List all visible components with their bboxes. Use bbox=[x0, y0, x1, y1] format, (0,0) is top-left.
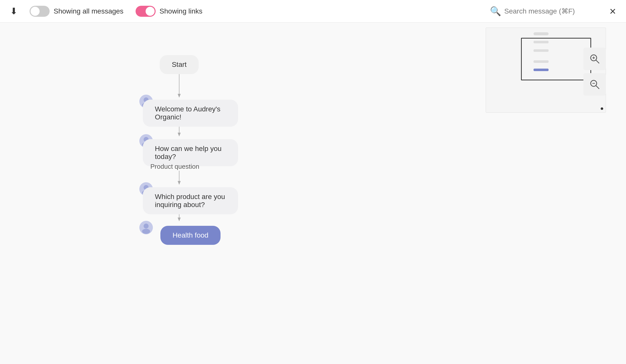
toggle-all-messages-switch[interactable] bbox=[30, 6, 50, 17]
zoom-out-button[interactable] bbox=[583, 73, 606, 96]
svg-marker-9 bbox=[178, 218, 181, 221]
toggle-all-messages-label: Showing all messages bbox=[54, 7, 124, 15]
start-node-box: Start bbox=[160, 55, 198, 74]
toggle-all-messages-knob bbox=[31, 7, 40, 16]
search-container: 🔍 bbox=[490, 6, 604, 17]
minimap-drag-handle[interactable] bbox=[601, 107, 603, 110]
help-node[interactable]: How can we help you today? bbox=[143, 139, 238, 166]
welcome-node-box: Welcome to Audrey's Organic! bbox=[143, 100, 238, 127]
search-input[interactable] bbox=[504, 7, 604, 15]
start-node[interactable]: Start bbox=[143, 55, 216, 74]
header-right: 🔍 × bbox=[490, 5, 616, 18]
close-icon[interactable]: × bbox=[609, 5, 616, 18]
toggle-links-group: Showing links bbox=[136, 6, 202, 17]
toggle-all-messages-group: Showing all messages bbox=[30, 6, 124, 17]
health-food-node[interactable]: Health food bbox=[143, 226, 238, 245]
flow-canvas: Start Welcome to Audrey's Organic! How c… bbox=[0, 23, 626, 364]
help-node-box: How can we help you today? bbox=[143, 139, 238, 166]
welcome-node[interactable]: Welcome to Audrey's Organic! bbox=[143, 100, 238, 127]
header-left: ⬇ Showing all messages Showing links bbox=[10, 6, 202, 17]
toggle-links-label: Showing links bbox=[160, 7, 202, 15]
minimap-viewport[interactable] bbox=[521, 38, 591, 80]
health-food-node-box: Health food bbox=[160, 226, 220, 245]
header: ⬇ Showing all messages Showing links 🔍 × bbox=[0, 0, 626, 23]
download-icon[interactable]: ⬇ bbox=[10, 6, 18, 17]
svg-marker-3 bbox=[178, 133, 181, 136]
svg-marker-1 bbox=[178, 94, 181, 98]
svg-line-27 bbox=[596, 86, 599, 89]
svg-marker-7 bbox=[178, 181, 181, 185]
search-icon: 🔍 bbox=[490, 6, 501, 17]
zoom-in-button[interactable] bbox=[583, 48, 606, 70]
inquiring-node[interactable]: Which product are you inquiring about? bbox=[143, 187, 238, 214]
svg-line-23 bbox=[596, 60, 599, 63]
toggle-links-switch[interactable] bbox=[136, 6, 156, 17]
product-question-label: Product question bbox=[150, 163, 199, 170]
zoom-controls bbox=[583, 48, 606, 96]
inquiring-node-box: Which product are you inquiring about? bbox=[143, 187, 238, 214]
minimap-start bbox=[534, 32, 549, 35]
toggle-links-knob bbox=[146, 7, 155, 16]
